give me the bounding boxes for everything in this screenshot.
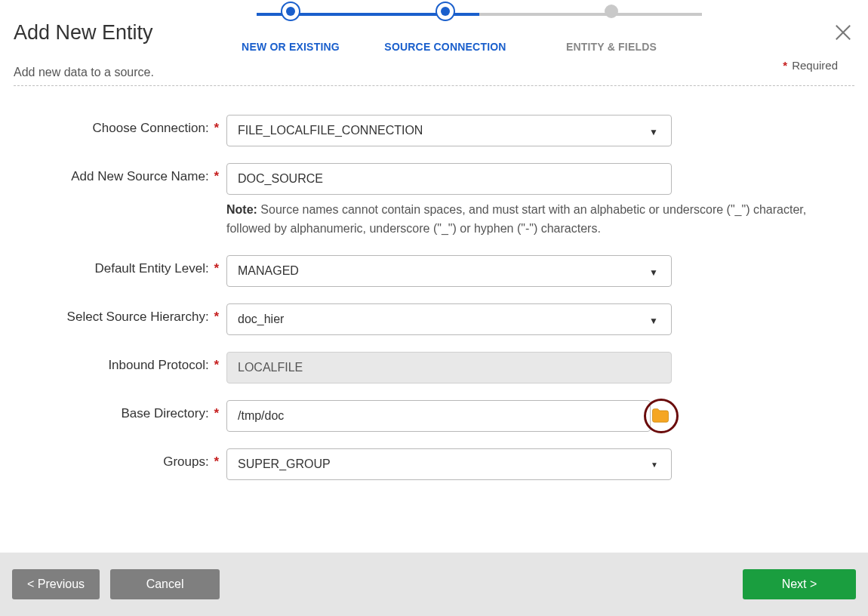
groups-select[interactable]: SUPER_GROUP (226, 448, 672, 480)
source-hierarchy-select[interactable]: doc_hier (226, 303, 672, 335)
section-divider (14, 85, 854, 86)
inbound-protocol-readonly: LOCALFILE (226, 352, 672, 383)
required-star-icon: * (214, 358, 219, 372)
required-star-icon: * (214, 261, 219, 276)
label-base-directory: Base Directory: * (14, 400, 226, 421)
row-inbound-protocol: Inbound Protocol: * LOCALFILE (14, 352, 854, 383)
entity-level-select[interactable]: MANAGED (226, 255, 672, 287)
row-source-name-note: Note: Source names cannot contain spaces… (14, 201, 854, 239)
row-entity-level: Default Entity Level: * MANAGED ▼ (14, 255, 854, 287)
step-new-or-existing[interactable]: NEW OR EXISTING (219, 2, 362, 53)
step-dot-icon (436, 2, 455, 21)
page-subtitle: Add new data to a source. (14, 66, 854, 79)
wizard-stepper: NEW OR EXISTING SOURCE CONNECTION ENTITY… (219, 2, 732, 58)
required-star-icon: * (214, 121, 219, 135)
step-dot-icon (605, 5, 618, 18)
step-source-connection[interactable]: SOURCE CONNECTION (370, 2, 521, 53)
row-choose-connection: Choose Connection: * FILE_LOCALFILE_CONN… (14, 115, 854, 146)
step-label: ENTITY & FIELDS (543, 41, 679, 53)
browse-folder-button[interactable] (650, 405, 671, 427)
dialog-header: Add New Entity NEW OR EXISTING SOURCE CO… (0, 0, 868, 79)
choose-connection-select[interactable]: FILE_LOCALFILE_CONNECTION (226, 115, 672, 146)
row-source-hierarchy: Select Source Hierarchy: * doc_hier ▼ (14, 303, 854, 335)
label-inbound-protocol: Inbound Protocol: * (14, 352, 226, 373)
label-source-name: Add New Source Name: * (14, 163, 226, 184)
close-icon[interactable] (832, 21, 854, 44)
previous-button[interactable]: < Previous (12, 569, 100, 599)
step-label: NEW OR EXISTING (219, 41, 362, 53)
step-label: SOURCE CONNECTION (370, 41, 521, 53)
required-star-icon: * (783, 59, 787, 72)
label-entity-level: Default Entity Level: * (14, 255, 226, 276)
label-choose-connection: Choose Connection: * (14, 115, 226, 136)
base-directory-input[interactable] (226, 400, 651, 432)
required-star-icon: * (214, 406, 219, 420)
row-source-name: Add New Source Name: * (14, 163, 854, 195)
required-star-icon: * (214, 310, 219, 324)
source-name-input[interactable] (226, 163, 672, 195)
label-source-hierarchy: Select Source Hierarchy: * (14, 303, 226, 325)
dialog-footer: < Previous Cancel Next > (0, 553, 868, 616)
step-entity-and-fields[interactable]: ENTITY & FIELDS (543, 2, 679, 53)
row-base-directory: Base Directory: * (14, 400, 854, 432)
row-groups: Groups: * SUPER_GROUP ▼ (14, 448, 854, 480)
folder-icon (650, 405, 671, 427)
label-groups: Groups: * (14, 448, 226, 470)
step-dot-icon (281, 2, 300, 21)
required-label: Required (792, 59, 838, 72)
required-star-icon: * (214, 454, 219, 469)
source-name-note: Note: Source names cannot contain spaces… (226, 201, 830, 239)
required-star-icon: * (214, 169, 219, 183)
form-area: Choose Connection: * FILE_LOCALFILE_CONN… (0, 94, 868, 504)
cancel-button[interactable]: Cancel (110, 569, 220, 599)
required-indicator: *Required (783, 59, 838, 72)
next-button[interactable]: Next > (743, 569, 856, 599)
